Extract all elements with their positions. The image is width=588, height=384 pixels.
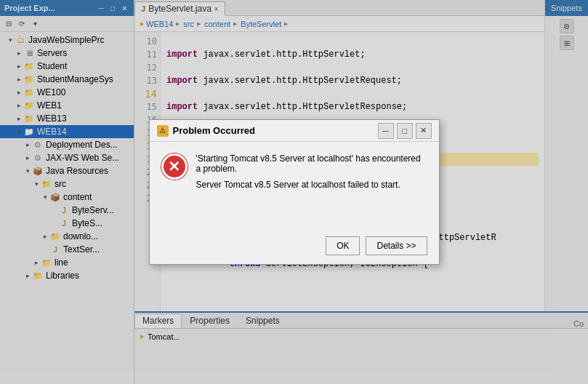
dialog-text-area: 'Starting Tomcat v8.5 Server at localhos…: [196, 153, 427, 225]
dialog-close-button[interactable]: ✕: [416, 123, 432, 139]
dialog-title-controls: ─ □ ✕: [378, 123, 432, 139]
modal-overlay: ⚠ Problem Occurred ─ □ ✕ ✕ 'Starting Tom…: [0, 0, 588, 384]
error-icon: ✕: [161, 153, 188, 180]
dialog-primary-message: 'Starting Tomcat v8.5 Server at localhos…: [196, 153, 427, 174]
problem-occurred-dialog: ⚠ Problem Occurred ─ □ ✕ ✕ 'Starting Tom…: [149, 119, 440, 265]
dialog-body: ✕ 'Starting Tomcat v8.5 Server at localh…: [150, 142, 439, 231]
dialog-buttons: OK Details >>: [150, 231, 439, 264]
dialog-title-icon: ⚠: [157, 125, 169, 137]
ok-button[interactable]: OK: [326, 236, 360, 255]
dialog-maximize-button[interactable]: □: [397, 123, 413, 139]
dialog-title-left: ⚠ Problem Occurred: [157, 125, 255, 137]
dialog-minimize-button[interactable]: ─: [378, 123, 394, 139]
details-button[interactable]: Details >>: [366, 236, 427, 255]
dialog-titlebar: ⚠ Problem Occurred ─ □ ✕: [150, 120, 439, 142]
dialog-title-text: Problem Occurred: [173, 125, 255, 136]
dialog-secondary-message: Server Tomcat v8.5 Server at localhost f…: [196, 180, 427, 190]
